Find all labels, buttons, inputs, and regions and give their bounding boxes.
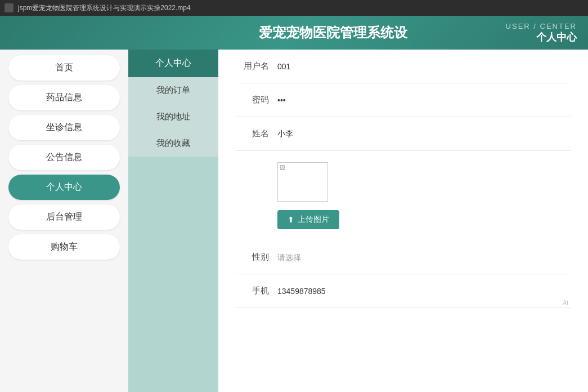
upload-label: 上传图片 [298, 215, 329, 225]
sidebar-item-consultation[interactable]: 坐诊信息 [8, 115, 120, 140]
title-bar: jspm爱宠龙物医院管理系统设计与实现演示实操2022.mp4 [0, 0, 588, 16]
input-username[interactable] [277, 62, 571, 71]
upload-image-button[interactable]: ⬆ 上传图片 [277, 210, 339, 229]
label-name: 姓名 [235, 128, 269, 139]
sub-sidebar: 个人中心 我的订单 我的地址 我的收藏 [128, 50, 218, 392]
sidebar-item-admin[interactable]: 后台管理 [8, 204, 120, 230]
form-row-password: 密码 [235, 95, 571, 117]
sub-sidebar-address[interactable]: 我的地址 [128, 104, 218, 130]
sub-sidebar-favorites[interactable]: 我的收藏 [128, 130, 218, 157]
sidebar: 首页 药品信息 坐诊信息 公告信息 个人中心 后台管理 购物车 [0, 50, 128, 392]
label-password: 密码 [235, 95, 269, 105]
main-layout: 首页 药品信息 坐诊信息 公告信息 个人中心 后台管理 购物车 个人中心 我的订… [0, 50, 588, 392]
sidebar-item-medicine[interactable]: 药品信息 [8, 85, 120, 110]
label-gender: 性别 [235, 252, 269, 262]
header-cn: 个人中心 [506, 30, 577, 44]
title-bar-text: jspm爱宠龙物医院管理系统设计与实现演示实操2022.mp4 [18, 3, 191, 13]
sub-sidebar-orders[interactable]: 我的订单 [128, 77, 218, 104]
app-icon [5, 3, 14, 12]
sidebar-item-cart[interactable]: 购物车 [8, 234, 120, 260]
input-phone[interactable] [277, 287, 571, 296]
input-password[interactable] [277, 96, 571, 105]
sidebar-item-announcement[interactable]: 公告信息 [8, 145, 120, 170]
input-name[interactable] [277, 130, 571, 139]
app-title: 爱宠宠物医院管理系统设 [259, 24, 407, 42]
avatar-container: 🖼 [277, 162, 571, 202]
label-username: 用户名 [235, 61, 269, 72]
header-en: USER / CENTER [506, 22, 577, 30]
form-row-name: 姓名 [235, 128, 571, 151]
form-row-phone: 手机 At [235, 286, 571, 308]
avatar-box: 🖼 [277, 162, 328, 202]
form-row-gender: 性别 请选择 男 女 [235, 252, 571, 274]
header: 爱宠宠物医院管理系统设 USER / CENTER 个人中心 [0, 16, 588, 50]
sidebar-item-home[interactable]: 首页 [8, 55, 120, 81]
select-gender[interactable]: 请选择 男 女 [277, 253, 301, 262]
form-area: 用户名 密码 姓名 🖼 ⬆ [218, 50, 588, 331]
main-content: 用户名 密码 姓名 🖼 ⬆ [218, 50, 588, 392]
watermark: At [563, 300, 568, 306]
upload-icon: ⬆ [288, 215, 294, 224]
label-phone: 手机 [235, 286, 269, 296]
header-user-center: USER / CENTER 个人中心 [506, 22, 577, 44]
sub-sidebar-header: 个人中心 [128, 50, 218, 77]
broken-image-icon: 🖼 [278, 163, 287, 172]
form-row-username: 用户名 [235, 61, 571, 83]
sidebar-item-personal[interactable]: 个人中心 [8, 175, 120, 200]
